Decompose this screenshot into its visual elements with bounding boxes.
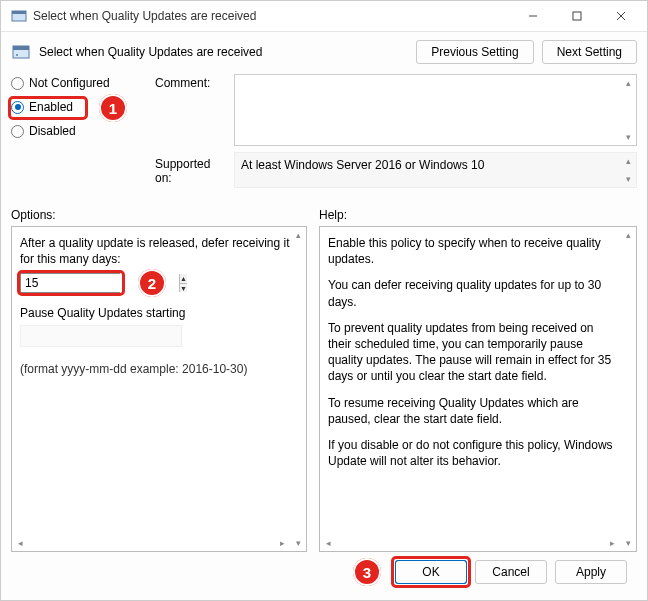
- options-panel: After a quality update is released, defe…: [11, 226, 307, 552]
- annotation-2: 2: [138, 269, 166, 297]
- radio-not-configured[interactable]: Not Configured: [11, 76, 151, 90]
- close-button[interactable]: [599, 2, 643, 30]
- app-icon: [11, 8, 27, 24]
- scroll-left-icon: ◂: [12, 535, 28, 551]
- radio-dot-icon: [11, 125, 24, 138]
- radio-enabled[interactable]: Enabled: [11, 100, 151, 114]
- defer-days-input[interactable]: ▲ ▼: [20, 273, 120, 293]
- scroll-down-icon: ▾: [620, 535, 636, 551]
- comment-label: Comment:: [155, 74, 230, 90]
- defer-days-label: After a quality update is released, defe…: [20, 235, 298, 267]
- help-paragraph: You can defer receiving quality updates …: [328, 277, 614, 309]
- radio-label: Not Configured: [29, 76, 110, 90]
- scroll-right-icon: ▸: [604, 535, 620, 551]
- comment-textarea[interactable]: ▴ ▾: [234, 74, 637, 146]
- spin-down-button[interactable]: ▼: [180, 284, 187, 293]
- annotation-3: 3: [353, 558, 381, 586]
- scroll-up-icon: ▴: [620, 153, 636, 169]
- policy-icon: [11, 42, 31, 62]
- titlebar: Select when Quality Updates are received: [1, 1, 647, 32]
- apply-button[interactable]: Apply: [555, 560, 627, 584]
- radio-label: Enabled: [29, 100, 73, 114]
- scroll-down-icon: ▾: [620, 171, 636, 187]
- spin-up-button[interactable]: ▲: [180, 274, 187, 284]
- radio-disabled[interactable]: Disabled: [11, 124, 151, 138]
- scroll-down-icon: ▾: [290, 535, 306, 551]
- options-label: Options:: [11, 208, 307, 222]
- svg-rect-7: [13, 46, 29, 50]
- previous-setting-button[interactable]: Previous Setting: [416, 40, 533, 64]
- supported-on-label: Supported on:: [155, 155, 230, 185]
- cancel-button[interactable]: Cancel: [475, 560, 547, 584]
- help-paragraph: Enable this policy to specify when to re…: [328, 235, 614, 267]
- help-label: Help:: [319, 208, 637, 222]
- supported-on-text: At least Windows Server 2016 or Windows …: [234, 152, 637, 188]
- help-paragraph: If you disable or do not configure this …: [328, 437, 614, 469]
- maximize-button[interactable]: [555, 2, 599, 30]
- help-panel: Enable this policy to specify when to re…: [319, 226, 637, 552]
- svg-point-8: [16, 54, 18, 56]
- help-paragraph: To resume receiving Quality Updates whic…: [328, 395, 614, 427]
- pause-updates-input[interactable]: [20, 325, 182, 347]
- scroll-right-icon: ▸: [274, 535, 290, 551]
- pause-updates-label: Pause Quality Updates starting: [20, 305, 298, 321]
- svg-rect-1: [12, 11, 26, 14]
- scroll-down-icon: ▾: [620, 129, 636, 145]
- minimize-button[interactable]: [511, 2, 555, 30]
- window-title: Select when Quality Updates are received: [33, 9, 511, 23]
- radio-label: Disabled: [29, 124, 76, 138]
- annotation-1: 1: [99, 94, 127, 122]
- scroll-up-icon: ▴: [620, 75, 636, 91]
- page-caption: Select when Quality Updates are received: [39, 45, 416, 59]
- date-format-hint: (format yyyy-mm-dd example: 2016-10-30): [20, 361, 298, 377]
- radio-dot-icon: [11, 101, 24, 114]
- radio-dot-icon: [11, 77, 24, 90]
- scroll-left-icon: ◂: [320, 535, 336, 551]
- next-setting-button[interactable]: Next Setting: [542, 40, 637, 64]
- ok-button[interactable]: OK: [395, 560, 467, 584]
- svg-rect-3: [573, 12, 581, 20]
- help-paragraph: To prevent quality updates from being re…: [328, 320, 614, 385]
